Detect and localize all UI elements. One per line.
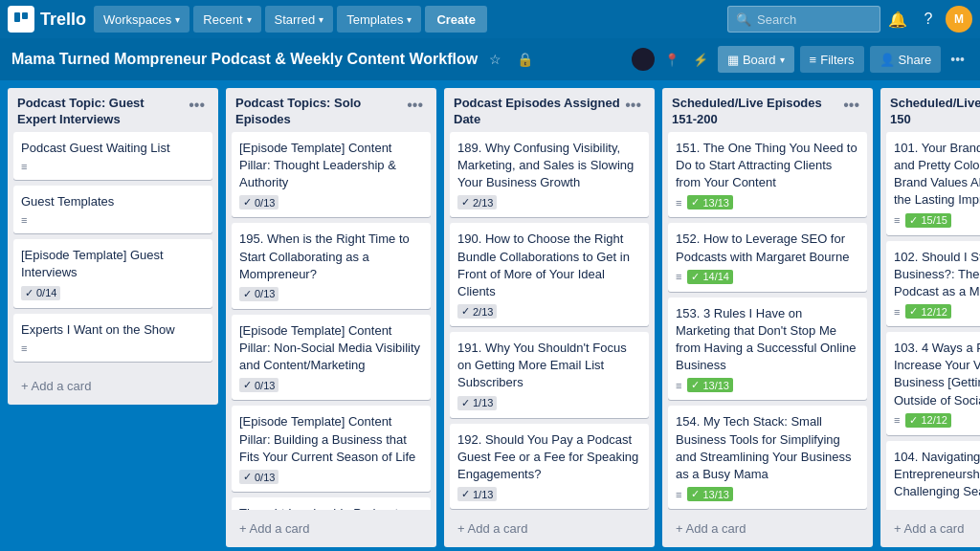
list-footer: + Add a card <box>880 510 980 547</box>
card[interactable]: [Episode Template] Content Pillar: Non-S… <box>232 315 431 401</box>
add-card-button[interactable]: + Add a card <box>13 373 212 399</box>
add-card-button[interactable]: + Add a card <box>232 516 431 541</box>
checklist-badge: ✓2/13 <box>457 195 497 209</box>
search-box[interactable]: 🔍 <box>727 6 880 33</box>
lock-button[interactable]: 🔒 <box>513 48 537 71</box>
list-menu-button[interactable]: ••• <box>621 96 645 115</box>
card-meta: ≡ <box>21 342 205 354</box>
list-menu-button[interactable]: ••• <box>185 96 209 115</box>
badge-text: 13/13 <box>702 489 729 500</box>
list-header: Podcast Topics: Solo Episodes••• <box>226 88 436 132</box>
list-footer: + Add a card <box>8 367 218 405</box>
share-button[interactable]: 👤 Share <box>870 46 942 73</box>
card[interactable]: Experts I Want on the Show≡ <box>13 314 212 362</box>
card-meta: ≡ <box>21 214 205 226</box>
card-title: 154. My Tech Stack: Small Business Tools… <box>676 413 859 483</box>
card[interactable]: Guest Templates≡ <box>13 186 212 233</box>
badge-text: 2/13 <box>473 306 493 318</box>
lightning-button[interactable]: ⚡ <box>689 49 712 71</box>
card-title: [Episode Template] Guest Interviews <box>21 247 205 281</box>
templates-menu[interactable]: Templates ▾ <box>337 6 421 33</box>
card-meta: ≡✓13/13 <box>676 487 859 501</box>
checklist-badge: ✓0/14 <box>21 286 60 300</box>
card-meta: ≡✓15/15 <box>894 213 980 228</box>
card[interactable]: [Episode Template] Guest Interviews✓0/14 <box>13 239 212 307</box>
starred-menu[interactable]: Starred ▾ <box>265 6 334 33</box>
card-title: 192. Should You Pay a Podcast Guest Fee … <box>457 431 641 484</box>
card[interactable]: 154. My Tech Stack: Small Business Tools… <box>668 406 867 509</box>
list-footer: + Add a card <box>662 510 873 547</box>
card[interactable]: Podcast Guest Waiting List≡ <box>13 132 212 180</box>
card[interactable]: Thought Leadership Podcast Topic Ideas≡ <box>232 497 431 510</box>
checklist-icon: ✓ <box>461 488 470 500</box>
card[interactable]: 103. 4 Ways a Podcast Can Increase Your … <box>886 332 980 435</box>
board-view-button[interactable]: ▦ Board ▾ <box>718 46 794 73</box>
checklist-badge: ✓14/14 <box>687 270 733 284</box>
checklist-icon: ✓ <box>691 196 700 209</box>
workspaces-menu[interactable]: Workspaces ▾ <box>94 6 189 33</box>
list-header: Scheduled/Live Episodes 151-200••• <box>662 88 873 132</box>
card[interactable]: 153. 3 Rules I Have on Marketing that Do… <box>668 298 867 401</box>
card-meta: ≡✓12/12 <box>894 413 980 428</box>
description-icon: ≡ <box>21 342 27 354</box>
recent-menu[interactable]: Recent ▾ <box>193 6 260 33</box>
info-button[interactable]: ? <box>915 6 942 33</box>
list-title: Podcast Topic: Guest Expert Interviews <box>17 96 185 128</box>
card[interactable]: 190. How to Choose the Right Bundle Coll… <box>450 223 649 326</box>
list-menu-button[interactable]: ••• <box>839 96 863 115</box>
card[interactable]: 151. The One Thing You Need to Do to Sta… <box>668 132 867 218</box>
trello-logo-icon <box>8 6 34 33</box>
card[interactable]: 104. Navigating Motherhood & Entrepreneu… <box>886 441 980 510</box>
card-meta: ✓0/13 <box>239 195 423 209</box>
chevron-down-icon: ▾ <box>319 14 323 25</box>
card[interactable]: 101. Your Brand is Mompreneur and Pretty… <box>886 132 980 235</box>
card-title: Guest Templates <box>21 193 205 210</box>
board-header: Mama Turned Mompreneur Podcast & Weekly … <box>0 38 980 80</box>
list-list3: Podcast Episodes Assigned Date•••189. Wh… <box>444 88 655 547</box>
badge-text: 13/13 <box>702 380 729 391</box>
checklist-icon: ✓ <box>691 488 700 500</box>
card[interactable]: 195. When is the Right Time to Start Col… <box>232 223 431 309</box>
star-button[interactable]: ☆ <box>485 48 505 71</box>
add-card-button[interactable]: + Add a card <box>886 516 980 541</box>
card-title: 190. How to Choose the Right Bundle Coll… <box>457 231 641 300</box>
search-input[interactable] <box>757 12 872 27</box>
card-title: [Episode Template] Content Pillar: Build… <box>239 413 423 466</box>
list-header: Scheduled/Live Episodes 150••• <box>880 88 980 132</box>
list-menu-button[interactable]: ••• <box>403 96 427 115</box>
description-icon: ≡ <box>21 214 27 226</box>
card-title: 152. How to Leverage SEO for Podcasts wi… <box>676 231 859 265</box>
create-button[interactable]: Create <box>425 6 486 33</box>
chevron-down-icon: ▾ <box>407 14 412 25</box>
card-title: 101. Your Brand is Mompreneur and Pretty… <box>894 140 980 209</box>
card-title: 189. Why Confusing Visibility, Marketing… <box>457 140 641 192</box>
checklist-icon: ✓ <box>243 379 252 391</box>
card[interactable]: 191. Why You Shouldn't Focus on Getting … <box>450 332 649 418</box>
add-card-button[interactable]: + Add a card <box>450 516 649 541</box>
watch-button[interactable]: 📍 <box>660 49 683 71</box>
more-button[interactable]: ••• <box>947 48 969 71</box>
card[interactable]: 152. How to Leverage SEO for Podcasts wi… <box>668 223 867 291</box>
card-title: 191. Why You Shouldn't Focus on Getting … <box>457 340 641 392</box>
badge-text: 13/13 <box>702 197 729 209</box>
card[interactable]: 102. Should I Start a Podcast Business?:… <box>886 241 980 327</box>
badge-text: 0/13 <box>255 472 275 483</box>
card-title: 151. The One Thing You Need to Do to Sta… <box>676 140 859 192</box>
card-meta: ✓2/13 <box>457 304 641 319</box>
list-list4: Scheduled/Live Episodes 151-200•••151. T… <box>662 88 873 547</box>
notifications-button[interactable]: 🔔 <box>884 6 911 33</box>
card[interactable]: [Episode Template] Content Pillar: Thoug… <box>232 132 431 218</box>
card[interactable]: [Episode Template] Content Pillar: Build… <box>232 406 431 492</box>
checklist-icon: ✓ <box>25 287 33 299</box>
color-swatch[interactable] <box>632 48 655 71</box>
badge-text: 0/14 <box>36 287 56 298</box>
card[interactable]: 189. Why Confusing Visibility, Marketing… <box>450 132 649 218</box>
card-title: Podcast Guest Waiting List <box>21 140 205 157</box>
trello-logo[interactable]: Trello <box>8 6 86 33</box>
add-card-button[interactable]: + Add a card <box>668 516 867 541</box>
card[interactable]: 192. Should You Pay a Podcast Guest Fee … <box>450 424 649 510</box>
list-footer: + Add a card <box>444 510 655 547</box>
checklist-badge: ✓2/13 <box>457 304 497 319</box>
user-avatar[interactable]: M <box>946 6 972 33</box>
filters-button[interactable]: ≡ Filters <box>800 46 864 73</box>
